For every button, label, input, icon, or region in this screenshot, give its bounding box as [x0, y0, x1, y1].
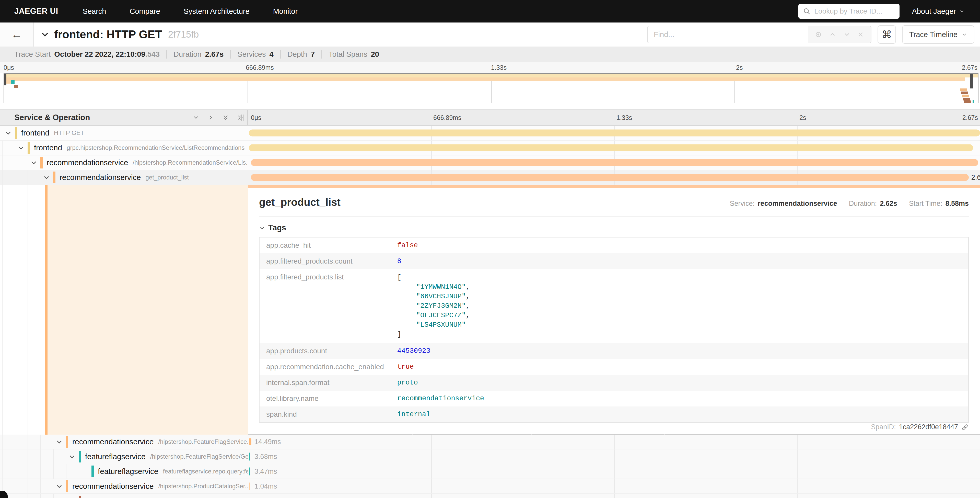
chevron-down-icon[interactable]: [30, 159, 37, 166]
minimap-span-bar: [6, 77, 965, 81]
tag-value-array: [ "1YMWWN1N4O", "66VCHSJNUP", "2ZYFJ3GM2…: [391, 269, 969, 343]
prev-match-icon[interactable]: [829, 31, 837, 38]
chevron-down-icon[interactable]: [56, 483, 63, 490]
chevron-down-icon: [962, 32, 967, 37]
minimap-canvas[interactable]: [3, 73, 978, 103]
tag-key: app.products.count: [259, 343, 391, 359]
back-button[interactable]: ←: [0, 22, 34, 46]
chevron-down-icon[interactable]: [68, 453, 76, 460]
summary-services: Services 4: [230, 50, 274, 59]
span-bar-area: 3.47ms: [248, 464, 980, 479]
span-bar[interactable]: [249, 129, 980, 137]
chevron-down-icon[interactable]: [18, 144, 24, 152]
collapse-one-icon[interactable]: [192, 114, 200, 121]
tag-row: app.recommendation.cache_enabled true: [259, 359, 969, 375]
timeline-tick-2: 1.33s: [616, 114, 632, 121]
span-service: recommendationservice: [59, 173, 141, 182]
nav-item-compare[interactable]: Compare: [130, 7, 160, 16]
expand-one-icon[interactable]: [207, 114, 215, 121]
span-bar[interactable]: [251, 174, 969, 181]
span-detail-accent: [45, 185, 48, 434]
minimap-tick-3: 2s: [736, 64, 743, 71]
minimap-span-mark: [963, 97, 970, 101]
chevron-down-icon[interactable]: [43, 174, 50, 181]
tag-row: otel.library.name recommendationservice: [259, 391, 969, 407]
span-row-frontend-grpc[interactable]: frontend grpc.hipstershop.Recommendation…: [0, 140, 980, 155]
find-input[interactable]: Find...: [648, 26, 808, 43]
focus-match-icon[interactable]: [815, 31, 822, 38]
minimap-tick-2: 1.33s: [491, 64, 507, 71]
service-operation-header: Service & Operation: [14, 113, 90, 122]
keyboard-shortcuts-button[interactable]: ⌘: [878, 25, 896, 44]
nav-item-search[interactable]: Search: [83, 7, 106, 16]
span-row-featureflag-service[interactable]: recommendationservice /hipstershop.Featu…: [0, 434, 980, 449]
jaeger-logo[interactable]: JAEGER UI: [14, 6, 58, 16]
minimap-span-bar: [6, 81, 11, 84]
trace-view-selector[interactable]: Trace Timeline: [902, 25, 974, 44]
span-service: featureflagservice: [85, 452, 146, 461]
span-service: frontend: [34, 144, 62, 152]
tag-row: span.kind internal: [259, 407, 969, 423]
find-group: Find...: [647, 26, 872, 43]
span-duration-label: 3.47ms: [255, 468, 277, 476]
collapse-trace-chevron-icon[interactable]: [40, 30, 49, 39]
tags-section-toggle[interactable]: Tags: [259, 223, 969, 232]
chevron-down-icon[interactable]: [5, 129, 12, 137]
span-operation: HTTP GET: [54, 129, 84, 137]
span-bar[interactable]: [249, 144, 973, 152]
column-resize-handle[interactable]: [241, 115, 244, 121]
span-row-featureflag-repo-query[interactable]: featureflagservice featureflagservice.re…: [0, 464, 980, 479]
next-match-icon[interactable]: [843, 31, 851, 38]
span-bar-area: [248, 155, 980, 170]
service-color-strip: [79, 451, 81, 463]
span-row-partial[interactable]: [0, 494, 980, 498]
span-operation: /hipstershop.FeatureFlagService/Ge...: [150, 453, 248, 460]
tag-key: span.kind: [259, 407, 391, 423]
span-service: featureflagservice: [98, 467, 158, 476]
minimap-span-mark: [960, 88, 967, 91]
span-bar[interactable]: [249, 453, 250, 461]
span-operation: get_product_list: [145, 174, 189, 181]
tag-key: app.filtered_products.list: [259, 269, 391, 343]
span-bar[interactable]: [249, 439, 251, 445]
span-bar[interactable]: [249, 468, 250, 476]
span-duration-label: 2.62s: [971, 174, 980, 182]
span-rows-bottom: recommendationservice /hipstershop.Featu…: [0, 434, 980, 498]
service-color-strip: [15, 127, 17, 139]
minimap-left-drag-handle[interactable]: [4, 73, 6, 85]
span-service: recommendationservice: [47, 158, 128, 167]
span-bar[interactable]: [251, 159, 978, 166]
span-row-recommendation-list[interactable]: recommendationservice /hipstershop.Recom…: [0, 155, 980, 170]
tag-row: app.filtered_products.count 8: [259, 253, 969, 269]
command-icon: ⌘: [881, 29, 892, 40]
about-jaeger-menu[interactable]: About Jaeger: [912, 7, 965, 16]
span-operation: /hipstershop.FeatureFlagService...: [158, 438, 248, 445]
back-arrow-icon: ←: [11, 29, 22, 41]
span-row-featureflag-get[interactable]: featureflagservice /hipstershop.FeatureF…: [0, 449, 980, 464]
summary-duration: Duration 2.67s: [166, 50, 224, 59]
span-detail-row: get_product_list Service:recommendations…: [0, 185, 980, 434]
span-detail-title: get_product_list: [259, 196, 340, 208]
span-detail-tint: [48, 185, 248, 434]
span-row-frontend-http-get[interactable]: frontend HTTP GET: [0, 126, 980, 140]
trace-title: frontend: HTTP GET: [54, 28, 162, 41]
span-bar-area: 1.04ms: [248, 479, 980, 493]
span-row-product-catalog[interactable]: recommendationservice /hipstershop.Produ…: [0, 479, 980, 494]
collapse-all-icon[interactable]: [222, 114, 229, 121]
trace-id-search-input[interactable]: Lookup by Trace ID...: [799, 4, 899, 19]
span-bar-area: 2.62s: [248, 170, 980, 185]
span-bar-area: 3.68ms: [248, 449, 980, 464]
timeline-tick-1: 666.89ms: [433, 114, 461, 121]
chevron-down-icon[interactable]: [56, 438, 63, 445]
span-table-header: Service & Operation 0μs 666.89ms 1.33s 2…: [0, 109, 980, 126]
copy-link-icon[interactable]: [961, 423, 969, 431]
minimap-right-drag-handle[interactable]: [970, 73, 973, 88]
trace-page-header: ← frontend: HTTP GET 2f715fb Find...: [0, 22, 980, 46]
clear-find-icon[interactable]: [857, 31, 864, 38]
span-detail-panel: get_product_list Service:recommendations…: [248, 185, 980, 434]
nav-item-monitor[interactable]: Monitor: [273, 7, 298, 16]
nav-item-system-architecture[interactable]: System Architecture: [184, 7, 250, 16]
span-bar[interactable]: [249, 483, 250, 490]
minimap-tick-0: 0μs: [3, 64, 14, 71]
span-row-get-product-list-selected[interactable]: recommendationservice get_product_list 2…: [0, 170, 980, 185]
